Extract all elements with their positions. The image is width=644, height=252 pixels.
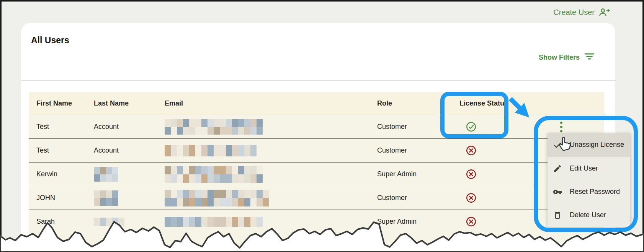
column-header-email: Email <box>165 99 377 107</box>
card-header-divider <box>21 80 615 81</box>
cell-first-name: JOHN <box>36 194 94 202</box>
redacted-text <box>165 119 263 135</box>
menu-item-label: Edit User <box>570 164 598 172</box>
key-icon <box>553 187 562 197</box>
table-row: JOHNCustomer <box>29 186 604 210</box>
cell-email <box>165 166 377 183</box>
cell-role: Super Admin <box>377 218 459 226</box>
redacted-text <box>94 167 121 182</box>
table-row: TestAccountCustomer <box>29 115 604 138</box>
cell-first-name: Test <box>36 123 94 131</box>
page-title: All Users <box>31 35 69 46</box>
redacted-text <box>94 218 124 226</box>
table-body: TestAccountCustomerTestAccountCustomerKe… <box>29 115 604 233</box>
show-filters-button[interactable]: Show Filters <box>539 53 595 62</box>
person-add-icon <box>598 8 610 17</box>
column-header-role: Role <box>377 99 459 107</box>
menu-item-delete-user[interactable]: Delete User <box>548 203 630 227</box>
menu-item-edit-user[interactable]: Edit User <box>548 157 630 180</box>
cell-first-name: Kerwin <box>36 170 94 178</box>
menu-item-label: Delete User <box>570 211 606 219</box>
column-header-last-name: Last Name <box>94 99 165 107</box>
redacted-text <box>165 190 271 206</box>
cancel-circle-icon <box>459 216 521 227</box>
cell-email <box>165 190 377 206</box>
table-filler <box>29 233 604 251</box>
menu-item-reset-password[interactable]: Reset Password <box>548 180 630 203</box>
cell-email <box>165 217 377 227</box>
kebab-menu-icon[interactable] <box>560 122 562 132</box>
cell-first-name: Test <box>36 146 94 154</box>
cell-last-name: Account <box>94 146 165 154</box>
table-row: SarahSuper Admin <box>29 210 604 233</box>
check-circle-icon <box>459 122 521 132</box>
cell-role: Customer <box>377 123 459 131</box>
redacted-text <box>165 145 261 156</box>
check-icon <box>553 140 562 150</box>
redacted-text <box>94 190 123 206</box>
cell-last-name <box>94 167 165 182</box>
cell-role: Customer <box>377 194 459 202</box>
table-row: TestAccountCustomer <box>29 138 604 162</box>
show-filters-label: Show Filters <box>539 54 580 62</box>
pencil-icon <box>553 164 562 173</box>
menu-item-unassign-license[interactable]: Unassign License <box>548 133 630 157</box>
trash-icon <box>553 211 562 220</box>
filter-icon <box>584 53 595 62</box>
create-user-button[interactable]: Create User <box>553 8 610 17</box>
cell-last-name <box>94 218 165 226</box>
users-table: First NameLast NameEmailRoleLicense Stat… <box>29 92 604 251</box>
cell-email <box>165 145 377 156</box>
cell-email <box>165 119 377 135</box>
menu-item-label: Reset Password <box>570 188 620 196</box>
cell-last-name: Account <box>94 123 165 131</box>
redacted-text <box>165 217 265 227</box>
cancel-circle-icon <box>459 145 521 156</box>
screenshot-stage: Create User All Users Show Filters First… <box>0 0 644 252</box>
cell-first-name: Sarah <box>36 218 94 226</box>
menu-item-label: Unassign License <box>570 141 624 149</box>
cell-role: Super Admin <box>377 170 459 178</box>
row-action-menu: Unassign LicenseEdit UserReset PasswordD… <box>548 133 630 227</box>
create-user-label: Create User <box>553 8 595 17</box>
column-header-license-status: License Status <box>459 99 521 107</box>
all-users-card: All Users Show Filters First NameLast Na… <box>21 23 615 252</box>
cell-role: Customer <box>377 146 459 154</box>
cell-last-name <box>94 190 165 206</box>
cancel-circle-icon <box>459 193 521 203</box>
table-header-row: First NameLast NameEmailRoleLicense Stat… <box>29 92 604 115</box>
cancel-circle-icon <box>459 169 521 179</box>
redacted-text <box>165 166 263 183</box>
table-row: KerwinSuper Admin <box>29 162 604 186</box>
column-header-first-name: First Name <box>36 99 94 107</box>
